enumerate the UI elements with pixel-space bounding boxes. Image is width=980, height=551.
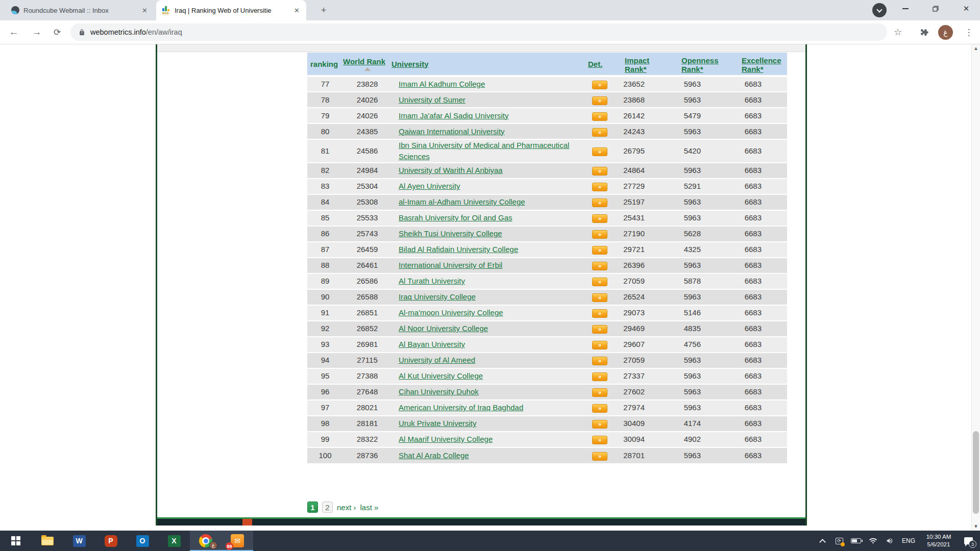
world-rank-sort-link[interactable]: World Rank <box>343 57 385 66</box>
university-link[interactable]: Al Noor University College <box>399 324 488 333</box>
det-button[interactable]: » <box>592 404 607 413</box>
det-button[interactable]: » <box>592 183 607 191</box>
tray-expand-button[interactable] <box>815 531 829 551</box>
openness-sort-link[interactable]: Openness Rank* <box>681 56 719 73</box>
tab-roundcube[interactable]: Roundcube Webmail :: Inbox ✕ <box>5 0 154 20</box>
extensions-puzzle-icon[interactable] <box>917 25 932 39</box>
address-bar[interactable]: webometrics.info/en/aw/iraq <box>70 23 887 41</box>
university-link[interactable]: al-Imam al-Adham University College <box>399 197 525 206</box>
page-footer <box>157 517 805 525</box>
det-button[interactable]: » <box>592 388 607 397</box>
det-button[interactable]: » <box>592 246 607 255</box>
excellence-sort-link[interactable]: Excellence Rank* <box>742 56 781 73</box>
det-button[interactable]: » <box>592 147 607 156</box>
next-page-link[interactable]: next › <box>337 503 356 512</box>
university-link[interactable]: University of Warith Al Anbiyaa <box>399 166 503 174</box>
action-center-button[interactable]: 3 <box>960 531 977 551</box>
university-link[interactable]: Imam Al Kadhum College <box>399 80 485 88</box>
det-button[interactable]: » <box>592 230 607 239</box>
university-link[interactable]: Imam Ja'afar Al Sadiq University <box>399 111 508 120</box>
university-link[interactable]: Al Kut University College <box>399 371 483 380</box>
scroll-down-arrow[interactable]: ▼ <box>972 522 980 531</box>
det-button[interactable]: » <box>592 293 607 302</box>
det-button[interactable]: » <box>592 112 607 121</box>
det-button[interactable]: » <box>592 96 607 105</box>
window-minimize-button[interactable] <box>894 0 917 17</box>
powerpoint-button[interactable]: P <box>95 531 127 551</box>
det-button[interactable]: » <box>592 357 607 365</box>
word-button[interactable]: W <box>63 531 95 551</box>
impact-sort-link[interactable]: Impact Rank* <box>625 56 649 73</box>
university-link[interactable]: Al Maarif University College <box>399 435 493 443</box>
last-page-link[interactable]: last » <box>360 503 379 512</box>
browser-menu-icon[interactable]: ⋮ <box>962 25 976 39</box>
scroll-up-arrow[interactable]: ▲ <box>972 44 980 53</box>
forward-button[interactable]: → <box>29 24 44 40</box>
tab-close-icon[interactable]: ✕ <box>140 7 149 14</box>
back-button[interactable]: ← <box>6 24 21 40</box>
university-link[interactable]: University of Sumer <box>399 95 465 104</box>
reload-button[interactable]: ⟳ <box>50 24 65 40</box>
window-close-button[interactable]: ✕ <box>954 0 978 17</box>
tab-close-icon[interactable]: ✕ <box>292 7 301 14</box>
det-button[interactable]: » <box>592 198 607 207</box>
tab-search-button[interactable] <box>872 3 887 17</box>
language-indicator[interactable]: ENG <box>899 537 918 544</box>
file-explorer-button[interactable] <box>32 531 63 551</box>
det-button[interactable]: » <box>592 325 607 334</box>
bookmark-star-icon[interactable]: ☆ <box>891 25 905 39</box>
university-sort-link[interactable]: University <box>391 60 429 68</box>
det-button[interactable]: » <box>592 262 607 270</box>
det-button[interactable]: » <box>592 128 607 137</box>
url-host: webometrics.info <box>90 28 146 36</box>
battery-button[interactable] <box>849 531 863 551</box>
window-restore-button[interactable] <box>924 0 947 17</box>
det-button[interactable]: » <box>592 167 607 176</box>
volume-button[interactable] <box>883 531 897 551</box>
university-link[interactable]: Shat Al Arab College <box>399 451 469 460</box>
page-1-button[interactable]: 1 <box>307 502 318 513</box>
university-link[interactable]: Al Turath University <box>399 277 465 285</box>
vertical-scrollbar[interactable]: ▲ ▼ <box>971 44 980 531</box>
excellence-rank-cell: 6683 <box>717 353 787 368</box>
university-link[interactable]: Qaiwan International University <box>399 127 505 136</box>
mail-app-button[interactable]: ✉ 89 <box>222 531 253 551</box>
det-button[interactable]: » <box>592 452 607 461</box>
outlook-button[interactable]: O <box>127 531 158 551</box>
det-button[interactable]: » <box>592 278 607 286</box>
start-button[interactable] <box>0 531 32 551</box>
det-sort-link[interactable]: Det. <box>588 60 602 68</box>
det-button[interactable]: » <box>592 309 607 318</box>
university-link[interactable]: University of Al Ameed <box>399 356 475 364</box>
university-link[interactable]: Cihan University Duhok <box>399 387 479 396</box>
scrollbar-thumb[interactable] <box>973 431 979 514</box>
ranking-cell: 78 <box>307 92 343 108</box>
sync-status-button[interactable]: ⟳ <box>832 531 846 551</box>
tab-webometrics[interactable]: WEB Iraq | Ranking Web of Universitie ✕ <box>156 0 306 20</box>
det-button[interactable]: » <box>592 341 607 349</box>
wifi-button[interactable] <box>866 531 880 551</box>
university-link[interactable]: Al Ayen University <box>399 182 460 190</box>
university-link[interactable]: Uruk Private University <box>399 419 477 428</box>
det-button[interactable]: » <box>592 420 607 429</box>
university-link[interactable]: Al Bayan University <box>399 340 465 348</box>
university-link[interactable]: Iraq University College <box>399 292 476 301</box>
university-link[interactable]: International University of Erbil <box>399 261 502 269</box>
university-link[interactable]: Ibn Sina University of Medical and Pharm… <box>399 141 569 161</box>
page-2-button[interactable]: 2 <box>322 502 333 513</box>
university-link[interactable]: American University of Iraq Baghdad <box>399 403 523 412</box>
university-link[interactable]: Al-ma'moon University College <box>399 308 503 317</box>
university-link[interactable]: Bilad Al Rafidain University College <box>399 245 518 254</box>
det-button[interactable]: » <box>592 436 607 444</box>
university-link[interactable]: Basrah University for Oil and Gas <box>399 213 512 222</box>
ranking-cell: 99 <box>307 432 343 447</box>
university-link[interactable]: Sheikh Tusi University College <box>399 229 502 238</box>
taskbar-clock[interactable]: 10:30 AM 5/6/2021 <box>920 533 957 548</box>
new-tab-button[interactable]: + <box>316 4 331 18</box>
excel-button[interactable]: X <box>158 531 190 551</box>
det-button[interactable]: » <box>592 81 607 89</box>
chrome-button[interactable]: غ <box>190 531 222 551</box>
det-button[interactable]: » <box>592 372 607 381</box>
det-button[interactable]: » <box>592 214 607 223</box>
profile-avatar[interactable]: غ <box>938 25 953 40</box>
